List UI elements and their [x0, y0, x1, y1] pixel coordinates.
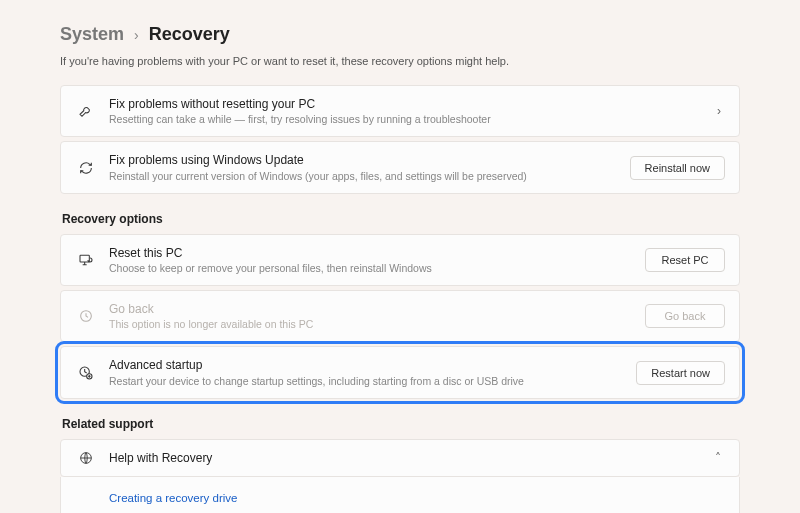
history-icon — [75, 308, 97, 324]
chevron-right-icon: › — [713, 104, 725, 118]
troubleshoot-card[interactable]: Fix problems without resetting your PC R… — [60, 85, 740, 137]
advanced-startup-icon — [75, 365, 97, 381]
chevron-right-icon: › — [134, 27, 139, 43]
reset-pc-sub: Choose to keep or remove your personal f… — [109, 261, 645, 275]
refresh-icon — [75, 160, 97, 176]
recovery-options-label: Recovery options — [62, 212, 740, 226]
advanced-startup-card: Advanced startup Restart your device to … — [60, 346, 740, 398]
reset-pc-card: Reset this PC Choose to keep or remove y… — [60, 234, 740, 286]
advanced-startup-sub: Restart your device to change startup se… — [109, 374, 636, 388]
pc-reset-icon — [75, 252, 97, 268]
reinstall-title: Fix problems using Windows Update — [109, 152, 630, 168]
breadcrumb: System › Recovery — [60, 24, 740, 45]
reinstall-card: Fix problems using Windows Update Reinst… — [60, 141, 740, 193]
reinstall-now-button[interactable]: Reinstall now — [630, 156, 725, 180]
go-back-button: Go back — [645, 304, 725, 328]
breadcrumb-parent[interactable]: System — [60, 24, 124, 45]
related-support-label: Related support — [62, 417, 740, 431]
go-back-sub: This option is no longer available on th… — [109, 317, 645, 331]
go-back-title: Go back — [109, 301, 645, 317]
advanced-startup-title: Advanced startup — [109, 357, 636, 373]
reset-pc-button[interactable]: Reset PC — [645, 248, 725, 272]
reset-pc-title: Reset this PC — [109, 245, 645, 261]
restart-now-button[interactable]: Restart now — [636, 361, 725, 385]
reinstall-sub: Reinstall your current version of Window… — [109, 169, 630, 183]
troubleshoot-sub: Resetting can take a while — first, try … — [109, 112, 713, 126]
go-back-card: Go back This option is no longer availab… — [60, 290, 740, 342]
help-recovery-card[interactable]: Help with Recovery ˄ — [60, 439, 740, 477]
globe-icon — [75, 450, 97, 466]
chevron-up-icon[interactable]: ˄ — [711, 451, 725, 465]
help-recovery-title: Help with Recovery — [109, 450, 711, 466]
breadcrumb-current: Recovery — [149, 24, 230, 45]
wrench-icon — [75, 103, 97, 119]
troubleshoot-title: Fix problems without resetting your PC — [109, 96, 713, 112]
help-recovery-panel: Creating a recovery drive — [60, 477, 740, 513]
page-intro: If you're having problems with your PC o… — [60, 55, 740, 67]
creating-recovery-drive-link[interactable]: Creating a recovery drive — [109, 492, 237, 504]
